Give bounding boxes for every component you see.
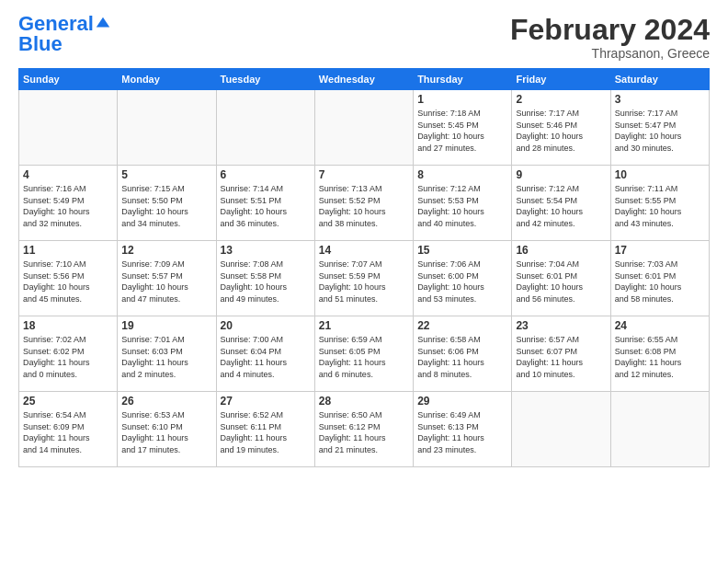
table-row	[19, 90, 118, 166]
table-row: 14Sunrise: 7:07 AM Sunset: 5:59 PM Dayli…	[314, 241, 413, 316]
day-info: Sunrise: 7:16 AM Sunset: 5:49 PM Dayligh…	[23, 183, 113, 229]
day-info: Sunrise: 7:00 AM Sunset: 6:04 PM Dayligh…	[221, 334, 311, 380]
day-info: Sunrise: 6:50 AM Sunset: 6:12 PM Dayligh…	[319, 409, 409, 455]
day-info: Sunrise: 7:08 AM Sunset: 5:58 PM Dayligh…	[221, 259, 311, 304]
calendar-header-row: Sunday Monday Tuesday Wednesday Thursday…	[19, 69, 710, 90]
day-number: 13	[221, 244, 311, 257]
day-number: 20	[221, 319, 311, 332]
day-number: 15	[417, 244, 507, 257]
day-info: Sunrise: 6:58 AM Sunset: 6:06 PM Dayligh…	[417, 334, 507, 380]
table-row: 6Sunrise: 7:14 AM Sunset: 5:51 PM Daylig…	[216, 166, 314, 241]
table-row: 22Sunrise: 6:58 AM Sunset: 6:06 PM Dayli…	[414, 316, 512, 392]
header-monday: Monday	[118, 69, 216, 90]
table-row: 21Sunrise: 6:59 AM Sunset: 6:05 PM Dayli…	[314, 316, 413, 392]
table-row: 20Sunrise: 7:00 AM Sunset: 6:04 PM Dayli…	[216, 316, 314, 392]
table-row: 8Sunrise: 7:12 AM Sunset: 5:53 PM Daylig…	[414, 166, 512, 241]
day-info: Sunrise: 6:59 AM Sunset: 6:05 PM Dayligh…	[319, 334, 409, 380]
day-number: 24	[615, 319, 705, 332]
table-row: 7Sunrise: 7:13 AM Sunset: 5:52 PM Daylig…	[314, 166, 413, 241]
day-number: 8	[417, 168, 507, 181]
day-info: Sunrise: 7:04 AM Sunset: 6:01 PM Dayligh…	[516, 259, 606, 304]
day-info: Sunrise: 7:14 AM Sunset: 5:51 PM Dayligh…	[221, 183, 311, 229]
table-row: 23Sunrise: 6:57 AM Sunset: 6:07 PM Dayli…	[512, 316, 610, 392]
day-info: Sunrise: 7:15 AM Sunset: 5:50 PM Dayligh…	[121, 183, 211, 229]
day-info: Sunrise: 7:03 AM Sunset: 6:01 PM Dayligh…	[615, 259, 705, 304]
day-number: 5	[121, 168, 211, 181]
table-row: 28Sunrise: 6:50 AM Sunset: 6:12 PM Dayli…	[314, 392, 413, 467]
day-info: Sunrise: 6:49 AM Sunset: 6:13 PM Dayligh…	[417, 409, 507, 455]
header-wednesday: Wednesday	[314, 69, 413, 90]
day-info: Sunrise: 7:06 AM Sunset: 6:00 PM Dayligh…	[417, 259, 507, 304]
title-section: February 2024 Thrapsanon, Greece	[510, 14, 710, 61]
table-row: 1Sunrise: 7:18 AM Sunset: 5:45 PM Daylig…	[414, 90, 512, 166]
day-number: 11	[23, 244, 113, 257]
day-number: 16	[516, 244, 606, 257]
day-info: Sunrise: 6:54 AM Sunset: 6:09 PM Dayligh…	[23, 409, 113, 455]
table-row: 16Sunrise: 7:04 AM Sunset: 6:01 PM Dayli…	[512, 241, 610, 316]
header-thursday: Thursday	[414, 69, 512, 90]
logo-text: General	[18, 14, 94, 34]
calendar-table: Sunday Monday Tuesday Wednesday Thursday…	[18, 68, 710, 467]
day-number: 2	[516, 93, 606, 106]
table-row: 15Sunrise: 7:06 AM Sunset: 6:00 PM Dayli…	[414, 241, 512, 316]
calendar-week-row: 25Sunrise: 6:54 AM Sunset: 6:09 PM Dayli…	[19, 392, 710, 467]
day-number: 12	[121, 244, 211, 257]
day-number: 19	[121, 319, 211, 332]
day-number: 1	[417, 93, 507, 106]
calendar-week-row: 4Sunrise: 7:16 AM Sunset: 5:49 PM Daylig…	[19, 166, 710, 241]
table-row: 12Sunrise: 7:09 AM Sunset: 5:57 PM Dayli…	[118, 241, 216, 316]
table-row: 11Sunrise: 7:10 AM Sunset: 5:56 PM Dayli…	[19, 241, 118, 316]
calendar-week-row: 11Sunrise: 7:10 AM Sunset: 5:56 PM Dayli…	[19, 241, 710, 316]
table-row	[512, 392, 610, 467]
table-row: 27Sunrise: 6:52 AM Sunset: 6:11 PM Dayli…	[216, 392, 314, 467]
day-info: Sunrise: 6:53 AM Sunset: 6:10 PM Dayligh…	[121, 409, 211, 455]
table-row	[610, 392, 709, 467]
month-title: February 2024	[510, 14, 710, 46]
header-friday: Friday	[512, 69, 610, 90]
day-info: Sunrise: 7:02 AM Sunset: 6:02 PM Dayligh…	[23, 334, 113, 380]
day-number: 18	[23, 319, 113, 332]
day-info: Sunrise: 7:13 AM Sunset: 5:52 PM Dayligh…	[319, 183, 409, 229]
day-info: Sunrise: 6:55 AM Sunset: 6:08 PM Dayligh…	[615, 334, 705, 380]
day-number: 21	[319, 319, 409, 332]
calendar-week-row: 18Sunrise: 7:02 AM Sunset: 6:02 PM Dayli…	[19, 316, 710, 392]
day-number: 28	[319, 395, 409, 408]
table-row: 25Sunrise: 6:54 AM Sunset: 6:09 PM Dayli…	[19, 392, 118, 467]
day-info: Sunrise: 7:01 AM Sunset: 6:03 PM Dayligh…	[121, 334, 211, 380]
table-row: 18Sunrise: 7:02 AM Sunset: 6:02 PM Dayli…	[19, 316, 118, 392]
day-number: 10	[615, 168, 705, 181]
header-saturday: Saturday	[610, 69, 709, 90]
svg-marker-0	[97, 17, 109, 28]
table-row	[314, 90, 413, 166]
table-row	[216, 90, 314, 166]
day-info: Sunrise: 7:17 AM Sunset: 5:46 PM Dayligh…	[516, 108, 606, 154]
header: General Blue February 2024 Thrapsanon, G…	[18, 14, 710, 61]
table-row: 26Sunrise: 6:53 AM Sunset: 6:10 PM Dayli…	[118, 392, 216, 467]
table-row: 19Sunrise: 7:01 AM Sunset: 6:03 PM Dayli…	[118, 316, 216, 392]
calendar-week-row: 1Sunrise: 7:18 AM Sunset: 5:45 PM Daylig…	[19, 90, 710, 166]
header-tuesday: Tuesday	[216, 69, 314, 90]
table-row: 10Sunrise: 7:11 AM Sunset: 5:55 PM Dayli…	[610, 166, 709, 241]
day-number: 14	[319, 244, 409, 257]
day-info: Sunrise: 7:12 AM Sunset: 5:53 PM Dayligh…	[417, 183, 507, 229]
logo-icon	[95, 16, 111, 32]
day-info: Sunrise: 7:09 AM Sunset: 5:57 PM Dayligh…	[121, 259, 211, 304]
table-row: 24Sunrise: 6:55 AM Sunset: 6:08 PM Dayli…	[610, 316, 709, 392]
logo: General Blue	[18, 14, 111, 54]
table-row: 9Sunrise: 7:12 AM Sunset: 5:54 PM Daylig…	[512, 166, 610, 241]
day-info: Sunrise: 7:11 AM Sunset: 5:55 PM Dayligh…	[615, 183, 705, 229]
logo-blue-text: Blue	[18, 34, 111, 54]
table-row: 29Sunrise: 6:49 AM Sunset: 6:13 PM Dayli…	[414, 392, 512, 467]
day-info: Sunrise: 6:52 AM Sunset: 6:11 PM Dayligh…	[221, 409, 311, 455]
table-row: 2Sunrise: 7:17 AM Sunset: 5:46 PM Daylig…	[512, 90, 610, 166]
day-info: Sunrise: 7:18 AM Sunset: 5:45 PM Dayligh…	[417, 108, 507, 154]
table-row: 4Sunrise: 7:16 AM Sunset: 5:49 PM Daylig…	[19, 166, 118, 241]
location: Thrapsanon, Greece	[510, 46, 710, 61]
day-info: Sunrise: 7:12 AM Sunset: 5:54 PM Dayligh…	[516, 183, 606, 229]
day-number: 23	[516, 319, 606, 332]
day-number: 4	[23, 168, 113, 181]
day-number: 7	[319, 168, 409, 181]
day-number: 27	[221, 395, 311, 408]
day-number: 22	[417, 319, 507, 332]
day-number: 17	[615, 244, 705, 257]
